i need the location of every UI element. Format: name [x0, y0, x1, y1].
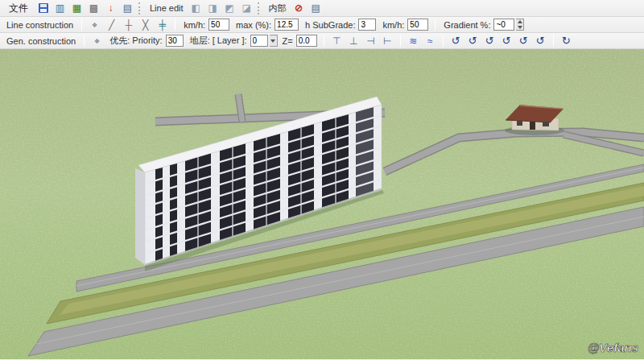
grid-icon: ▦ [72, 3, 81, 13]
junction-tool-button[interactable]: ╳ [138, 18, 153, 31]
spinner-down-icon[interactable] [518, 26, 522, 29]
rotate-ccw-icon: ↺ [485, 35, 494, 46]
flatten-tool-button[interactable]: ≈ [423, 34, 438, 48]
select-pointer-icon: ⌖ [94, 36, 100, 46]
subgrade-label: h SubGrade: [305, 20, 355, 30]
separator [84, 35, 85, 47]
separator [324, 35, 324, 47]
line-construction-toolbar: Line construction ⌖ ╱ ┼ ╳ ╪ km/h: max (%… [0, 17, 644, 33]
gradient-label: Gradient %: [444, 20, 490, 30]
separator [81, 19, 82, 31]
spinner-up-icon[interactable] [518, 20, 522, 23]
house-window [543, 122, 549, 126]
rotate-cw-button[interactable]: ↻ [559, 34, 574, 48]
align-top-icon: ⊤ [332, 36, 341, 46]
cross-icon: ┼ [125, 20, 132, 30]
block-button[interactable]: ⊘ [291, 2, 307, 15]
export-down-icon: ↓ [109, 3, 114, 13]
rotate-tool-1-button[interactable]: ↺ [448, 34, 464, 48]
align-right-button[interactable]: ⊢ [380, 34, 395, 48]
gradient-spinner[interactable] [516, 19, 524, 31]
priority-label: 优先: Priority: [109, 35, 162, 47]
align-left-button[interactable]: ⊣ [363, 34, 378, 48]
speed2-input[interactable] [407, 19, 428, 31]
print-button[interactable]: ▩ [86, 2, 101, 15]
viewport-3d[interactable]: @Vefans [0, 49, 644, 359]
max-percent-label: max (%): [236, 20, 271, 30]
file-menu[interactable]: 文件 [3, 0, 34, 17]
layer-input[interactable] [250, 35, 268, 47]
list-button[interactable]: ▤ [120, 2, 135, 15]
edit-tool-3-button[interactable]: ◩ [222, 2, 237, 15]
rotate-ccw-icon: ↺ [452, 35, 460, 46]
pointer-tool-button[interactable]: ⌖ [87, 18, 102, 31]
edit-tool-1-button[interactable]: ◧ [188, 2, 204, 15]
layer-dropdown-button[interactable] [270, 35, 278, 47]
log-icon: ▤ [311, 3, 320, 13]
menu-toolbar: 文件 ▥ ▦ ▩ ↓ ▤ Line edit ◧ ◨ ◩ ◪ 内部 ⊘ ▤ [0, 0, 644, 17]
chevron-down-icon [270, 39, 275, 43]
line-icon: ╱ [109, 20, 114, 30]
edit-tool-4-button[interactable]: ◪ [239, 2, 254, 15]
align-top-button[interactable]: ⊤ [329, 34, 345, 48]
gradient-input[interactable] [493, 19, 514, 31]
speed-input[interactable] [208, 19, 229, 31]
line-tool-button[interactable]: ╱ [104, 18, 119, 31]
select-tool-button[interactable]: ⌖ [89, 34, 105, 48]
rotate-cw-icon: ↻ [562, 35, 571, 46]
print-icon: ▩ [89, 3, 98, 13]
rotate-ccw-icon: ↺ [536, 35, 545, 46]
edit-tool-2-button[interactable]: ◨ [205, 2, 221, 15]
speed-label: km/h: [184, 20, 205, 30]
separator [553, 35, 554, 47]
edit-tool-1-icon: ◧ [191, 3, 200, 13]
align-right-icon: ⊢ [383, 36, 391, 46]
junction-icon: ╳ [142, 20, 148, 30]
max-percent-input[interactable] [275, 19, 299, 31]
line-construction-label: Line construction [3, 20, 76, 30]
separator [400, 35, 401, 47]
block-icon: ⊘ [295, 3, 303, 13]
page-icon: ▥ [56, 3, 64, 13]
layer-label: 地层: [ Layer ]: [190, 35, 247, 47]
align-bottom-icon: ⊥ [349, 36, 357, 46]
priority-input[interactable] [166, 35, 184, 47]
log-button[interactable]: ▤ [308, 2, 324, 15]
rotate-tool-4-button[interactable]: ↺ [499, 34, 514, 48]
subgrade-input[interactable] [358, 19, 376, 31]
separator [435, 19, 436, 31]
grid-button[interactable]: ▦ [69, 2, 85, 15]
separator [175, 19, 175, 31]
edit-tool-4-icon: ◪ [242, 3, 250, 13]
segment-icon: ╪ [159, 20, 166, 30]
rotate-tool-6-button[interactable]: ↺ [533, 34, 548, 48]
toolbar-drag-handle[interactable] [258, 2, 260, 14]
edit-tool-3-icon: ◩ [225, 3, 233, 13]
pointer-icon: ⌖ [92, 20, 97, 30]
gen-construction-toolbar: Gen. construction ⌖ 优先: Priority: 地层: [ … [0, 33, 644, 49]
toolbar-drag-handle[interactable] [138, 2, 141, 14]
segment-tool-button[interactable]: ╪ [155, 18, 170, 31]
align-left-icon: ⊣ [366, 36, 374, 46]
save-button[interactable] [35, 2, 51, 15]
rotate-tool-2-button[interactable]: ↺ [465, 34, 481, 48]
rotate-tool-3-button[interactable]: ↺ [482, 34, 497, 48]
page-button[interactable]: ▥ [52, 2, 68, 15]
cross-tool-button[interactable]: ┼ [121, 18, 136, 31]
smooth-tool-button[interactable]: ≋ [406, 34, 421, 48]
line-edit-label: Line edit [147, 3, 187, 13]
rotate-tool-5-button[interactable]: ↺ [516, 34, 531, 48]
house-door [530, 122, 535, 130]
wave-flat-icon: ≈ [427, 36, 433, 46]
z-label: Z= [283, 36, 293, 46]
save-icon [39, 3, 48, 13]
z-input[interactable] [296, 35, 317, 47]
watermark: @Vefans [588, 341, 638, 354]
scene-canvas[interactable]: @Vefans [0, 49, 644, 359]
rotate-ccw-icon: ↺ [469, 35, 477, 46]
building-end-wall [135, 168, 145, 265]
export-button[interactable]: ↓ [103, 2, 118, 15]
align-bottom-button[interactable]: ⊥ [346, 34, 361, 48]
internal-label: 内部 [266, 2, 290, 14]
edit-tool-2-icon: ◨ [208, 3, 217, 13]
